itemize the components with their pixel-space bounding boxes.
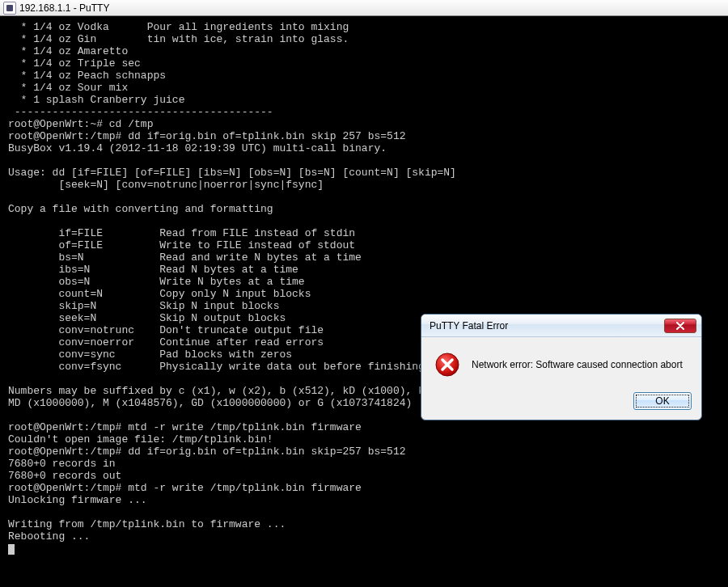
terminal-line: BusyBox v1.19.4 (2012-11-18 02:19:39 UTC… <box>8 142 720 154</box>
terminal-line: * 1/4 oz Sour mix <box>8 82 720 94</box>
dialog-button-row: OK <box>421 389 701 420</box>
dialog-body: Network error: Software caused connectio… <box>421 337 701 389</box>
terminal-line: * 1/4 oz Gin tin with ice, strain into g… <box>8 33 720 45</box>
terminal-line: skip=N Skip N input blocks <box>8 300 720 312</box>
dialog-message: Network error: Software caused connectio… <box>472 359 683 370</box>
terminal-line: of=FILE Write to FILE instead of stdout <box>8 239 720 251</box>
terminal-line: Writing from /tmp/tplink.bin to firmware… <box>8 518 720 530</box>
terminal-line: * 1/4 oz Triple sec <box>8 57 720 70</box>
terminal-line <box>8 215 720 227</box>
terminal-line: root@OpenWrt:/tmp# dd if=orig.bin of=tpl… <box>8 130 720 142</box>
terminal-line: root@OpenWrt:/tmp# mtd -r write /tmp/tpl… <box>8 482 720 494</box>
terminal-line <box>8 191 720 203</box>
terminal-line: if=FILE Read from FILE instead of stdin <box>8 227 720 239</box>
terminal-line: ----------------------------------------… <box>8 106 720 118</box>
terminal-line: Rebooting ... <box>8 530 720 543</box>
terminal-line: [seek=N] [conv=notrunc|noerror|sync|fsyn… <box>8 179 720 191</box>
dialog-title: PuTTY Fatal Error <box>430 320 664 332</box>
terminal-line <box>8 506 720 518</box>
terminal-line: * 1/4 oz Peach schnapps <box>8 70 720 82</box>
terminal-line: * 1 splash Cranberry juice <box>8 94 720 106</box>
terminal-line: Usage: dd [if=FILE] [of=FILE] [ibs=N] [o… <box>8 167 720 179</box>
cursor <box>8 544 15 555</box>
dialog-ok-button[interactable]: OK <box>633 392 692 410</box>
fatal-error-dialog: PuTTY Fatal Error Network error: Softwar… <box>421 314 702 420</box>
close-icon <box>676 322 684 330</box>
terminal-line: root@OpenWrt:/tmp# mtd -r write /tmp/tpl… <box>8 421 720 433</box>
terminal-output[interactable]: * 1/4 oz Vodka Pour all ingredients into… <box>0 16 728 555</box>
terminal-line: * 1/4 oz Vodka Pour all ingredients into… <box>8 21 720 33</box>
terminal-line: 7680+0 records out <box>8 470 720 482</box>
terminal-line: root@OpenWrt:/tmp# dd if=orig.bin of=tpl… <box>8 446 720 458</box>
terminal-line: count=N Copy only N input blocks <box>8 288 720 300</box>
error-icon <box>434 352 460 378</box>
terminal-line <box>8 154 720 167</box>
terminal-line: Unlocking firmware ... <box>8 494 720 506</box>
terminal-line: bs=N Read and write N bytes at a time <box>8 251 720 264</box>
putty-app-icon <box>3 2 16 15</box>
terminal-line: 7680+0 records in <box>8 458 720 470</box>
terminal-line: Couldn't open image file: /tmp/tplink.bi… <box>8 433 720 446</box>
terminal-line: root@OpenWrt:~# cd /tmp <box>8 118 720 130</box>
terminal-cursor-line <box>8 543 720 555</box>
dialog-titlebar[interactable]: PuTTY Fatal Error <box>421 315 701 337</box>
dialog-close-button[interactable] <box>664 319 696 333</box>
terminal-line: * 1/4 oz Amaretto <box>8 45 720 57</box>
terminal-line: obs=N Write N bytes at a time <box>8 276 720 288</box>
window-title: 192.168.1.1 - PuTTY <box>19 2 109 14</box>
window-titlebar[interactable]: 192.168.1.1 - PuTTY <box>0 0 728 16</box>
terminal-line: ibs=N Read N bytes at a time <box>8 264 720 276</box>
terminal-line: Copy a file with converting and formatti… <box>8 203 720 215</box>
